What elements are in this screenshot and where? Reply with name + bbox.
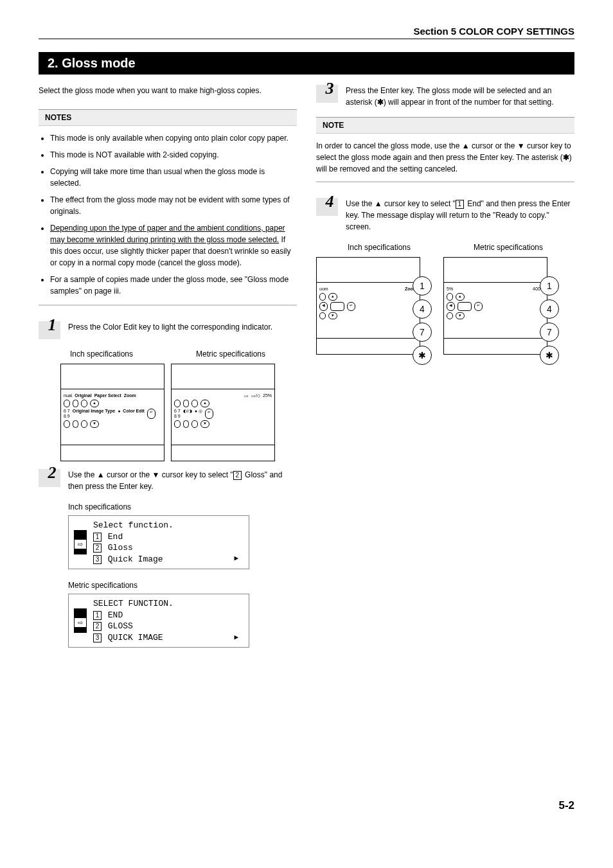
note-item: For a sample of copies made under the gl… [50, 274, 297, 297]
keypad-7: 7 [413, 323, 432, 342]
control-panel-metric-step4: 5% 400% ▲ ◀ ↵ [443, 257, 547, 355]
step-3: 3 Press the Enter key. The gloss mode wi… [316, 85, 574, 108]
lcd-display-metric: ⇨ SELECT FUNCTION. 1 END 2 GLOSS 3 QUICK… [68, 594, 249, 648]
metric-spec-label: Metric specifications [474, 242, 543, 253]
note-header: NOTE [316, 117, 574, 134]
keypad-star: ✱ [540, 346, 559, 365]
note-item: Depending upon the type of paper and the… [50, 222, 297, 269]
intro-text: Select the gloss mode when you want to m… [39, 85, 297, 96]
step-1: 1 Press the Color Edit key to light the … [39, 321, 297, 339]
note-body: In order to cancel the gloss mode, use t… [316, 140, 574, 175]
step-text: Use the ▲ cursor or the ▼ cursor key to … [68, 469, 297, 492]
inch-spec-label: Inch specifications [68, 501, 297, 513]
notes-header: NOTES [39, 109, 297, 126]
control-panel-inch: nual Original Paper Select Zoom ▲ [60, 364, 164, 461]
keypad-4: 4 [413, 299, 432, 319]
metric-spec-label: Metric specifications [196, 348, 265, 360]
step-4: 4 Use the ▲ cursor key to select "1 End"… [316, 198, 574, 233]
note-item: The effect from the gloss mode may not b… [50, 194, 297, 217]
note-item: Copying will take more time than usual w… [50, 166, 297, 189]
inch-spec-label: Inch specifications [70, 348, 133, 360]
page-number: 5-2 [39, 799, 574, 812]
notes-list: This mode is only available when copying… [39, 132, 297, 297]
keypad-1: 1 [413, 276, 432, 296]
step-text: Press the Enter key. The gloss mode will… [346, 85, 574, 108]
step-text: Press the Color Edit key to light the co… [68, 321, 297, 339]
lcd-display-inch: ⇨ Select function. 1 End 2 Gloss 3 Quick… [68, 515, 249, 569]
step-number: 3 [316, 85, 338, 103]
inch-spec-label: Inch specifications [348, 242, 411, 253]
note-item: This mode is NOT available with 2-sided … [50, 149, 297, 161]
note-item: This mode is only available when copying… [50, 132, 297, 144]
keypad-1: 1 [540, 276, 559, 296]
page-title: 2. Gloss mode [39, 52, 574, 75]
step-number: 4 [316, 198, 338, 216]
metric-spec-label: Metric specifications [68, 580, 297, 591]
control-panel-metric: ▭ ▭/◇ 25% ▲ 6 78 9 ◐/◑ [171, 364, 275, 461]
note-underlined: Depending upon the type of paper and the… [50, 224, 285, 244]
keypad-7: 7 [540, 323, 559, 342]
control-panel-inch-step4: oom Zoom ▲ ◀ ↵ [316, 257, 420, 355]
section-header: Section 5 COLOR COPY SETTINGS [39, 26, 574, 39]
keypad-star: ✱ [413, 346, 432, 365]
keypad-4: 4 [540, 299, 559, 319]
step-2: 2 Use the ▲ cursor or the ▼ cursor key t… [39, 469, 297, 492]
step-text: Use the ▲ cursor key to select "1 End" a… [346, 198, 574, 233]
step-number: 2 [39, 469, 60, 487]
step-number: 1 [39, 321, 60, 339]
